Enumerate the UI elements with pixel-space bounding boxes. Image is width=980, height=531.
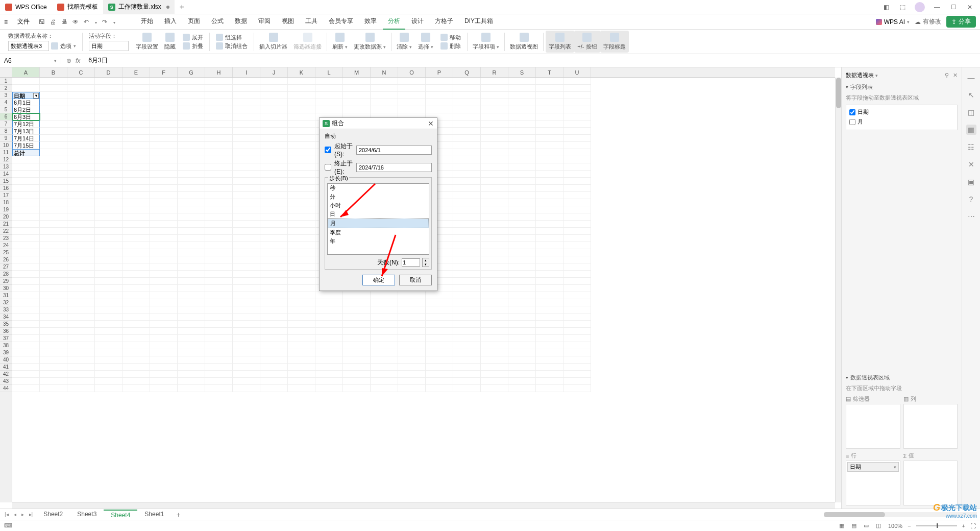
cell[interactable] [67, 221, 95, 228]
sheet-tab[interactable]: Sheet1 [137, 510, 171, 520]
cell[interactable] [260, 92, 288, 99]
cell[interactable] [260, 128, 288, 135]
cell[interactable] [508, 113, 536, 120]
cell[interactable] [371, 292, 398, 299]
cell[interactable] [233, 378, 260, 385]
expand-button[interactable]: 展开 [183, 34, 203, 41]
cell[interactable] [481, 99, 508, 106]
cell[interactable] [564, 263, 591, 271]
cell[interactable] [288, 192, 315, 199]
cell[interactable] [453, 149, 481, 156]
minimize-icon[interactable]: — [933, 3, 941, 11]
cell[interactable] [564, 171, 591, 178]
end-checkbox[interactable] [325, 164, 331, 171]
row-header[interactable]: 4 [0, 99, 12, 106]
cell[interactable] [288, 149, 315, 156]
cell[interactable] [12, 278, 40, 285]
cell[interactable] [260, 120, 288, 128]
cell[interactable] [371, 342, 398, 349]
cell[interactable] [564, 142, 591, 149]
sheet-next-icon[interactable]: ▸ [20, 512, 26, 517]
cell[interactable]: 6月3日 [12, 113, 40, 120]
cell[interactable] [178, 235, 205, 242]
cell[interactable] [260, 328, 288, 335]
cell[interactable] [150, 242, 178, 249]
cell[interactable] [178, 213, 205, 221]
titlebar-tab-template[interactable]: 找稻壳模板 [52, 0, 103, 14]
cell[interactable]: 7月13日 [12, 128, 40, 135]
cell[interactable] [178, 285, 205, 292]
cell[interactable] [260, 178, 288, 185]
cell[interactable] [426, 99, 453, 106]
cell[interactable] [95, 364, 122, 371]
formula-input[interactable]: 6月3日 [85, 56, 980, 65]
row-header[interactable]: 18 [0, 199, 12, 206]
column-header[interactable]: I [233, 67, 260, 77]
cell[interactable] [536, 135, 564, 142]
cell[interactable] [122, 135, 150, 142]
row-header[interactable]: 22 [0, 228, 12, 235]
cell[interactable] [178, 263, 205, 271]
cell[interactable] [453, 171, 481, 178]
cell[interactable] [453, 128, 481, 135]
cell[interactable] [536, 385, 564, 392]
cell[interactable] [40, 128, 67, 135]
cell[interactable] [205, 356, 233, 364]
cell[interactable] [178, 149, 205, 156]
cell[interactable] [150, 85, 178, 92]
cell[interactable] [508, 321, 536, 328]
cell[interactable] [260, 185, 288, 192]
cell[interactable] [178, 378, 205, 385]
cell[interactable] [178, 271, 205, 278]
cell[interactable] [453, 306, 481, 313]
cell[interactable] [453, 142, 481, 149]
row-header[interactable]: 1 [0, 78, 12, 85]
cell[interactable] [288, 342, 315, 349]
cell[interactable] [95, 228, 122, 235]
cell[interactable] [150, 335, 178, 342]
cell[interactable] [481, 328, 508, 335]
cell[interactable] [564, 185, 591, 192]
cell[interactable] [508, 263, 536, 271]
cell[interactable] [343, 385, 371, 392]
cell[interactable] [122, 156, 150, 163]
cell[interactable] [508, 235, 536, 242]
column-header[interactable]: F [150, 67, 178, 77]
help-icon[interactable]: ? [966, 194, 976, 204]
row-header[interactable]: 39 [0, 349, 12, 356]
cell[interactable] [315, 313, 343, 321]
edit-status-badge[interactable]: ☁ 有修改 [915, 17, 941, 26]
cell[interactable] [67, 106, 95, 113]
row-header[interactable]: 29 [0, 278, 12, 285]
cell[interactable] [508, 221, 536, 228]
cell[interactable] [122, 356, 150, 364]
cell[interactable] [453, 235, 481, 242]
cell[interactable] [426, 349, 453, 356]
cell[interactable] [12, 271, 40, 278]
cell[interactable] [40, 313, 67, 321]
start-input[interactable] [356, 146, 432, 155]
cell[interactable] [122, 263, 150, 271]
cell[interactable] [260, 385, 288, 392]
cell[interactable] [453, 135, 481, 142]
cell[interactable] [288, 321, 315, 328]
cell[interactable] [564, 328, 591, 335]
cell[interactable] [508, 371, 536, 378]
cell[interactable] [67, 371, 95, 378]
cell[interactable] [205, 228, 233, 235]
row-header[interactable]: 19 [0, 206, 12, 213]
cell[interactable] [95, 263, 122, 271]
cell[interactable] [95, 385, 122, 392]
cell[interactable] [343, 378, 371, 385]
field-list-toggle[interactable]: 字段列表 [546, 31, 574, 53]
cell[interactable] [481, 342, 508, 349]
cell[interactable] [260, 256, 288, 263]
cell[interactable] [260, 292, 288, 299]
cell[interactable] [233, 256, 260, 263]
cell[interactable] [12, 156, 40, 163]
cell[interactable] [95, 113, 122, 120]
cell[interactable] [12, 228, 40, 235]
cell[interactable] [536, 156, 564, 163]
qat-more-dropdown[interactable] [112, 18, 115, 26]
cell[interactable] [536, 364, 564, 371]
